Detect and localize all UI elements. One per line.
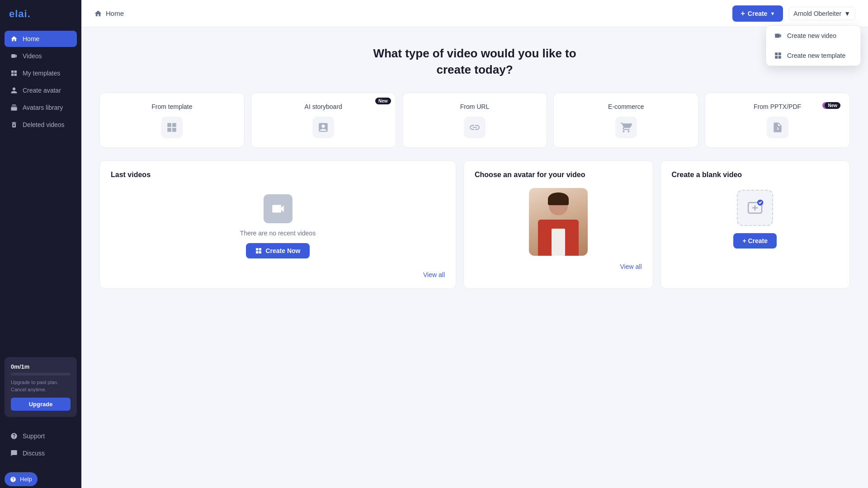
avatar-body xyxy=(475,181,642,259)
dropdown-create-template[interactable]: Create new template xyxy=(766,46,860,66)
create-plus-icon: + xyxy=(741,9,745,18)
choose-avatar-card: Choose an avatar for your video xyxy=(463,160,653,289)
page-title: What type of video would you like tocrea… xyxy=(99,45,850,78)
ecommerce-label: E-commerce xyxy=(608,103,644,110)
help-label: Help xyxy=(20,476,32,483)
sidebar-item-deleted-videos[interactable]: Deleted videos xyxy=(5,117,77,133)
no-videos-container: There are no recent videos Create Now xyxy=(111,181,445,267)
sidebar-nav: Home Videos My templates Create avatar xyxy=(0,31,81,357)
chevron-down-icon: ▼ xyxy=(770,11,775,16)
sidebar-item-discuss[interactable]: Discuss xyxy=(5,445,77,461)
blank-header: Create a blank video xyxy=(672,171,839,179)
storyboard-icon xyxy=(312,117,334,138)
library-icon xyxy=(10,103,18,112)
ecommerce-icon xyxy=(615,117,637,138)
pptx-icon xyxy=(767,117,788,138)
grid-icon xyxy=(161,117,183,138)
content-area: What type of video would you like tocrea… xyxy=(81,27,868,488)
sidebar-item-avatars-library[interactable]: Avatars library xyxy=(5,99,77,116)
dropdown-create-video-label: Create new video xyxy=(787,32,836,39)
avatar-icon xyxy=(10,86,18,94)
sidebar-item-my-templates[interactable]: My templates xyxy=(5,65,77,81)
blank-card-title: Create a blank video xyxy=(672,171,742,179)
trash-icon xyxy=(10,121,18,129)
usage-bar-bg xyxy=(11,373,71,375)
user-chevron-icon: ▼ xyxy=(844,10,850,17)
help-button[interactable]: Help xyxy=(5,472,38,486)
avatar-image xyxy=(529,188,588,256)
avatar-card-title: Choose an avatar for your video xyxy=(475,171,585,179)
support-icon xyxy=(10,432,18,440)
no-videos-text: There are no recent videos xyxy=(240,230,316,237)
discuss-icon xyxy=(10,449,18,457)
ai-storyboard-card[interactable]: New AI storyboard xyxy=(251,93,396,148)
sidebar-item-label: Discuss xyxy=(23,450,45,457)
from-template-label: From template xyxy=(151,103,192,110)
ecommerce-card[interactable]: E-commerce xyxy=(553,93,698,148)
upgrade-button[interactable]: Upgrade xyxy=(11,398,71,411)
create-dropdown: Create new video Create new template xyxy=(766,25,861,66)
new-badge: New xyxy=(375,98,391,104)
topbar: Home + Create ▼ Arnold Oberleiter ▼ Crea… xyxy=(81,0,868,27)
from-pptx-card[interactable]: Beta New From PPTX/PDF xyxy=(705,93,850,148)
app-logo: elai. xyxy=(0,0,81,31)
from-url-card[interactable]: From URL xyxy=(402,93,547,148)
last-videos-header: Last videos xyxy=(111,171,445,179)
bottom-grid: Last videos There are no recent videos C… xyxy=(99,160,850,289)
sidebar: elai. Home Videos My templates xyxy=(0,0,81,488)
create-blank-card: Create a blank video + Create xyxy=(660,160,850,289)
create-now-label: Create Now xyxy=(265,247,300,254)
user-menu-button[interactable]: Arnold Oberleiter ▼ xyxy=(788,7,855,20)
topbar-home-label: Home xyxy=(106,9,124,17)
sidebar-item-label: Avatars library xyxy=(23,104,63,111)
new-badge-pptx: New xyxy=(825,102,840,109)
upgrade-note: Upgrade to paid plan. Cancel anytime. xyxy=(11,379,71,393)
blank-video-icon xyxy=(737,190,773,226)
sidebar-item-home[interactable]: Home xyxy=(5,31,77,47)
sidebar-item-support[interactable]: Support xyxy=(5,428,77,444)
video-placeholder-icon xyxy=(264,194,292,223)
blank-body xyxy=(672,181,839,233)
videos-icon xyxy=(10,52,18,60)
sidebar-item-label: Support xyxy=(23,432,45,440)
sidebar-bottom: Support Discuss xyxy=(0,422,81,470)
template-icon xyxy=(774,51,783,60)
sidebar-item-label: My templates xyxy=(23,70,60,77)
from-pptx-label: From PPTX/PDF xyxy=(754,103,801,110)
templates-icon xyxy=(10,69,18,77)
upgrade-box: 0m/1m Upgrade to paid plan. Cancel anyti… xyxy=(5,357,77,417)
sidebar-item-label: Videos xyxy=(23,52,42,60)
sidebar-item-label: Home xyxy=(23,35,39,42)
main-content: Home + Create ▼ Arnold Oberleiter ▼ Crea… xyxy=(81,0,868,488)
user-name: Arnold Oberleiter xyxy=(793,10,841,17)
sidebar-item-videos[interactable]: Videos xyxy=(5,48,77,64)
create-button[interactable]: + Create ▼ xyxy=(732,5,783,22)
home-icon xyxy=(10,35,18,43)
breadcrumb: Home xyxy=(94,9,124,18)
ai-storyboard-label: AI storyboard xyxy=(305,103,342,110)
create-now-button[interactable]: Create Now xyxy=(246,243,309,258)
dropdown-create-template-label: Create new template xyxy=(787,52,845,59)
topbar-right: + Create ▼ Arnold Oberleiter ▼ xyxy=(732,5,855,22)
sidebar-item-create-avatar[interactable]: Create avatar xyxy=(5,82,77,99)
from-template-card[interactable]: From template xyxy=(99,93,245,148)
create-label: Create xyxy=(748,10,768,17)
last-videos-title: Last videos xyxy=(111,171,151,179)
usage-label: 0m/1m xyxy=(11,363,71,370)
link-icon xyxy=(464,117,486,138)
avatar-view-all[interactable]: View all xyxy=(475,259,642,270)
video-icon xyxy=(774,31,783,40)
dropdown-create-video[interactable]: Create new video xyxy=(766,26,860,46)
sidebar-item-label: Deleted videos xyxy=(23,121,65,128)
from-url-label: From URL xyxy=(460,103,490,110)
blank-create-button[interactable]: + Create xyxy=(733,233,777,249)
last-videos-card: Last videos There are no recent videos C… xyxy=(99,160,456,289)
blank-create-label: + Create xyxy=(742,237,768,244)
video-type-grid: From template New AI storyboard From URL xyxy=(99,93,850,148)
avatar-header: Choose an avatar for your video xyxy=(475,171,642,179)
sidebar-item-label: Create avatar xyxy=(23,87,61,94)
last-videos-view-all[interactable]: View all xyxy=(111,267,445,278)
